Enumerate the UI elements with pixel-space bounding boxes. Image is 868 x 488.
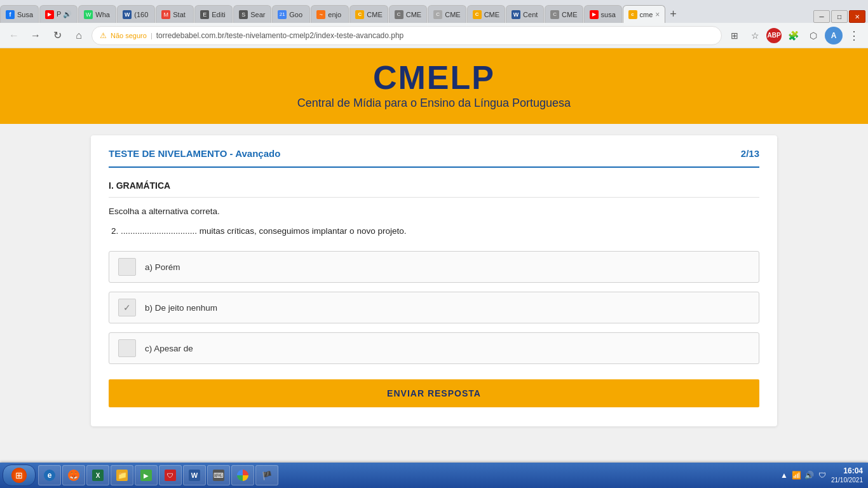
tab-edit[interactable]: E Editi xyxy=(194,5,233,23)
address-bar[interactable]: ⚠ Não seguro | torredebabel.com.br/teste… xyxy=(92,26,722,45)
home-button[interactable]: ⌂ xyxy=(70,27,88,44)
taskbar-firefox[interactable]: 🦊 xyxy=(62,465,85,468)
site-subtitle: Central de Mídia para o Ensino da Língua… xyxy=(297,97,571,110)
tab-youtube2[interactable]: ▶ susa xyxy=(584,5,622,23)
option-b-checkbox: ✓ xyxy=(118,299,136,316)
submit-button[interactable]: ENVIAR RESPOSTA xyxy=(109,379,759,407)
minimize-button[interactable]: ─ xyxy=(813,10,830,23)
taskbar-chrome[interactable] xyxy=(231,465,254,468)
tab-cme3[interactable]: C CME xyxy=(428,5,466,23)
url-display: torredebabel.com.br/teste-nivelamento-cm… xyxy=(156,31,404,40)
tab-whatsapp[interactable]: W Wha xyxy=(78,5,116,23)
tab-new[interactable]: + xyxy=(666,5,704,23)
option-b[interactable]: ✓ b) De jeito nenhum xyxy=(109,292,759,323)
taskbar-items: e 🦊 X 📁 ▶ 🛡 W ⌨ 🏴 xyxy=(38,465,779,468)
quiz-question: 2. ................................ muit… xyxy=(111,226,759,236)
tab-gmail[interactable]: M Stat xyxy=(156,5,194,23)
taskbar-ie[interactable]: e xyxy=(38,465,61,468)
clock-time: 16:04 xyxy=(831,466,863,468)
option-c[interactable]: c) Apesar de xyxy=(109,332,759,364)
option-b-label: b) De jeito nenhum xyxy=(145,303,217,313)
tab-cme1[interactable]: C CME xyxy=(349,5,388,23)
taskbar-excel[interactable]: X xyxy=(86,465,109,468)
taskbar-media[interactable]: ▶ xyxy=(135,465,158,468)
tab-word[interactable]: W (160 xyxy=(117,5,155,23)
close-button[interactable]: ✕ xyxy=(849,10,865,23)
tab-youtube1[interactable]: ▶ P 🔊 xyxy=(39,5,78,23)
tab-word2[interactable]: W Cent xyxy=(506,5,544,23)
browser-window: f Susa ▶ P 🔊 W Wha W (160 M Stat E Editi… xyxy=(0,0,868,468)
tab-cme4[interactable]: C CME xyxy=(467,5,505,23)
navigation-bar: ← → ↻ ⌂ ⚠ Não seguro | torredebabel.com.… xyxy=(0,23,868,48)
site-title: CMELP xyxy=(373,61,495,94)
menu-button[interactable]: ⋮ xyxy=(845,27,863,44)
option-c-label: c) Apesar de xyxy=(145,344,193,353)
security-icon: ⚠ xyxy=(100,31,107,40)
option-a-label: a) Porém xyxy=(145,262,180,272)
taskbar-flag[interactable]: 🏴 xyxy=(255,465,278,468)
taskbar-keyboard[interactable]: ⌨ xyxy=(207,465,230,468)
tab-facebook[interactable]: f Susa xyxy=(0,5,39,23)
bookmark-button[interactable]: ☆ xyxy=(746,27,764,44)
option-c-checkbox xyxy=(118,339,136,357)
adblock-button[interactable]: ABP xyxy=(766,28,782,43)
section-title: I. GRAMÁTICA xyxy=(109,180,759,198)
quiz-header: TESTE DE NIVELAMENTO - Avançado 2/13 xyxy=(109,148,759,168)
taskbar-security[interactable]: 🛡 xyxy=(159,465,182,468)
quiz-progress: 2/13 xyxy=(741,148,759,159)
option-a-checkbox xyxy=(118,258,136,276)
system-clock: 16:04 21/10/2021 xyxy=(831,466,863,468)
site-header: CMELP Central de Mídia para o Ensino da … xyxy=(0,48,868,124)
taskbar-word[interactable]: W xyxy=(183,465,206,468)
taskbar-right: ▲ 📶 🔊 🛡 16:04 21/10/2021 xyxy=(779,466,865,468)
forward-button[interactable]: → xyxy=(27,27,44,44)
browser-icons: ⊞ ☆ ABP 🧩 ⬡ A ⋮ xyxy=(726,27,863,44)
tab-cme-active[interactable]: c cme × xyxy=(623,5,666,23)
extensions2-button[interactable]: 🧩 xyxy=(784,27,802,44)
extensions-button[interactable]: ⊞ xyxy=(726,27,743,44)
tab-google[interactable]: 21 Goo xyxy=(272,5,310,23)
quiz-instruction: Escolha a alternativa correta. xyxy=(109,207,759,216)
tab-search[interactable]: S Sear xyxy=(233,5,271,23)
page-content: CMELP Central de Mídia para o Ensino da … xyxy=(0,48,868,468)
taskbar-explorer[interactable]: 📁 xyxy=(111,465,133,468)
quiz-title: TESTE DE NIVELAMENTO - Avançado xyxy=(109,148,280,159)
option-a[interactable]: a) Porém xyxy=(109,251,759,283)
cast-button[interactable]: ⬡ xyxy=(804,27,822,44)
security-label: Não seguro xyxy=(111,32,147,39)
back-button[interactable]: ← xyxy=(5,27,23,44)
reload-button[interactable]: ↻ xyxy=(48,27,66,44)
profile-avatar[interactable]: A xyxy=(825,27,843,44)
quiz-container: TESTE DE NIVELAMENTO - Avançado 2/13 I. … xyxy=(91,135,777,426)
start-button[interactable]: ⊞ xyxy=(3,464,36,468)
tab-cme2[interactable]: C CME xyxy=(389,5,427,23)
taskbar: ⊞ e 🦊 X 📁 ▶ 🛡 W ⌨ 🏴 xyxy=(0,463,868,468)
maximize-button[interactable]: □ xyxy=(831,10,848,23)
tab-enjo[interactable]: ~ enjo xyxy=(311,5,349,23)
tab-cme5[interactable]: C CME xyxy=(545,5,583,23)
tab-bar: f Susa ▶ P 🔊 W Wha W (160 M Stat E Editi… xyxy=(0,0,868,23)
